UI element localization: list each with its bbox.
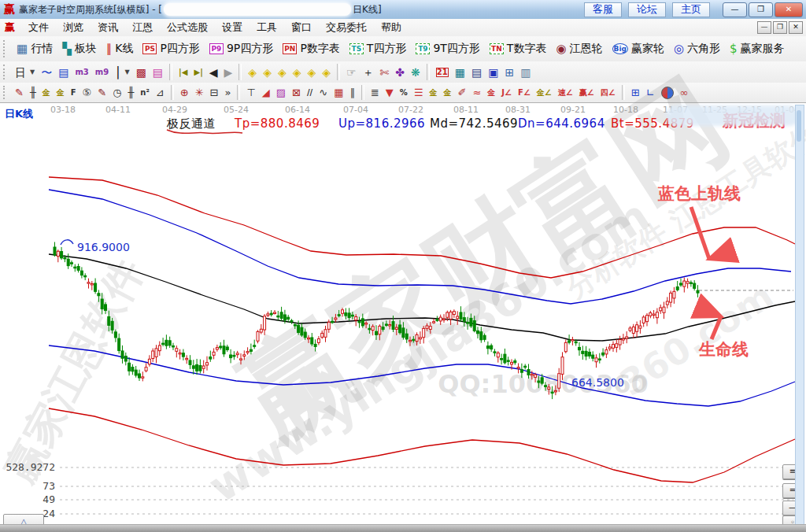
gold-grid-1-button[interactable]: 金 (39, 87, 54, 98)
hash-grid-button[interactable]: ╫ (124, 86, 137, 99)
percent-down-button[interactable]: ▼ (383, 86, 397, 99)
more-chevron-button[interactable]: » (221, 86, 234, 99)
menu-公式选股[interactable]: 公式选股 (160, 20, 215, 35)
zigzag-line-button[interactable]: ∿ (316, 86, 331, 99)
menu-帮助[interactable]: 帮助 (374, 20, 409, 35)
bottom-scrollbar[interactable] (0, 524, 806, 532)
calendar-button[interactable]: 21 (433, 66, 452, 79)
last-bar-button[interactable]: ▶| (190, 67, 205, 78)
computer-button[interactable]: ▥ (517, 65, 534, 79)
info-note-button[interactable]: ▤ (55, 65, 72, 79)
t-table-button[interactable]: TNT数字表 (485, 40, 552, 57)
period-dropdown-button[interactable]: 日▼ (12, 65, 38, 79)
diamond-expand-button[interactable]: ◈ (290, 65, 305, 79)
menu-窗口[interactable]: 窗口 (284, 20, 319, 35)
n-square-button[interactable]: n² (137, 87, 153, 98)
quotes-button[interactable]: ▦行情 (12, 40, 57, 57)
diamond-grid-button[interactable]: ◈ (319, 65, 334, 79)
menu-工具[interactable]: 工具 (250, 20, 284, 35)
cut-tool-button[interactable]: ✄ (377, 65, 393, 79)
bar-scale-button[interactable]: ≣ (368, 86, 383, 99)
win-angle-button[interactable]: 赢∠ (576, 87, 597, 98)
minimize-button[interactable]: — (723, 2, 747, 17)
trend-wave-button[interactable]: 〜 (38, 65, 55, 79)
winner-service-button[interactable]: $赢家服务 (725, 40, 789, 57)
mdi-close-button[interactable]: ✕ (789, 21, 803, 34)
mdi-minimize-button[interactable]: — (757, 21, 771, 34)
candle-marker-button[interactable]: ✐ (455, 86, 470, 99)
titlebar-link-home[interactable]: 主页 (672, 2, 710, 17)
menu-资讯[interactable]: 资讯 (91, 20, 125, 35)
j-angle-button[interactable]: J∠ (498, 87, 515, 98)
mdi-restore-button[interactable]: ❐ (773, 21, 787, 34)
menu-交易委托[interactable]: 交易委托 (319, 20, 374, 35)
vertical-scrollbar-thumb[interactable] (797, 110, 801, 142)
menu-江恩[interactable]: 江恩 (125, 20, 160, 35)
crosshair-tool-button[interactable]: ＋ (360, 65, 377, 79)
calculator-button[interactable]: ▦ (452, 65, 468, 79)
chart-axes-button[interactable]: ∟ (643, 86, 658, 99)
hand-tool-button[interactable]: ☞ (343, 65, 360, 79)
restore-button[interactable]: ❐ (749, 2, 773, 17)
four-angle-button[interactable]: 四∠ (597, 87, 619, 98)
kline-button[interactable]: ∥K线 (102, 40, 139, 57)
diamond-right-button[interactable]: ◈ (260, 65, 275, 79)
network-button[interactable]: ⊞ (501, 65, 517, 79)
draw-pen-button[interactable]: ✎ (12, 86, 27, 99)
vertical-scrollbar[interactable] (795, 105, 804, 525)
menu-文件[interactable]: 文件 (21, 20, 56, 35)
gold-lines-button[interactable]: 金 (441, 87, 455, 98)
brain-tool-button[interactable]: ❋ (408, 65, 423, 79)
p-square-button[interactable]: PSP四方形 (138, 40, 204, 57)
f-grid-button[interactable]: F (68, 87, 79, 98)
first-bar-button[interactable]: |◀ (176, 67, 190, 78)
tick-grid-button[interactable]: ╫ (27, 86, 39, 99)
t-square-button[interactable]: TST四方形 (345, 40, 412, 57)
parallel-lines-button[interactable]: ∥ (346, 86, 358, 99)
pencil-lines-button[interactable]: // (304, 87, 316, 98)
five-grid-button[interactable]: ⑤ (79, 86, 95, 99)
close-button[interactable]: ✕ (775, 2, 803, 17)
notebook-button[interactable]: ▤ (468, 65, 485, 79)
diamond-left-button[interactable]: ◈ (245, 65, 260, 79)
hexagon-button[interactable]: ◎六角形 (669, 40, 725, 57)
ruler-123-button[interactable]: ⊟ (207, 86, 222, 99)
diamond-hmove-button[interactable]: ◈ (275, 65, 290, 79)
diamond-star-button[interactable]: ◈ (304, 65, 319, 79)
titlebar-link-service[interactable]: 客服 (584, 2, 622, 17)
angle-pen-button[interactable]: ✎ (94, 86, 109, 99)
9t-square-button[interactable]: T99T四方形 (411, 40, 484, 57)
sectors-button[interactable]: ▚板块 (57, 40, 102, 57)
m3-indicator-button[interactable]: m3 (72, 67, 91, 78)
kline-chart-canvas[interactable] (0, 103, 806, 525)
percent-button[interactable]: % (397, 87, 411, 98)
time-circle-button[interactable]: ◷ (109, 86, 124, 99)
square-x-red-button[interactable]: ⊠ (289, 86, 304, 99)
star-burst-button[interactable]: ✳ (192, 86, 207, 99)
color-bars-button[interactable]: ▤ (150, 65, 166, 79)
gold-grid-2-button[interactable]: 金 (54, 87, 68, 98)
winner-wheel-button[interactable]: Big赢家轮 (608, 40, 669, 57)
f-angle-button[interactable]: F∠ (515, 87, 534, 98)
speed-angle-button[interactable]: 速∠ (555, 87, 576, 98)
gold-circle-button[interactable]: 金 (427, 87, 441, 98)
titlebar-link-forum[interactable]: 论坛 (628, 2, 666, 17)
save-button[interactable]: ▣ (485, 65, 501, 79)
chart-area[interactable]: 赢家财富网www.yingjia360.com赢家江恩软件分析软件 江恩工具软件… (0, 102, 806, 525)
candle-dropdown-button[interactable]: ⎮▼ (112, 65, 132, 79)
fan-lines-red-button[interactable]: ◢ (259, 86, 273, 99)
target-cross-button[interactable]: ⊕ (177, 86, 192, 99)
red-grid-button[interactable]: ▦ (331, 86, 346, 99)
gann-wheel-button[interactable]: ◉江恩轮 (551, 40, 607, 57)
percent-line-button[interactable]: ☰ (411, 86, 427, 99)
prev-bar-button[interactable]: ◀ (206, 65, 221, 79)
magic-tool-button[interactable]: ✤ (392, 65, 408, 79)
mirror-angle-button[interactable]: ⊿ (153, 86, 168, 99)
yinyang-button[interactable] (658, 85, 677, 101)
menu-设置[interactable]: 设置 (215, 20, 250, 35)
infinity-button[interactable]: ∞ (677, 86, 692, 99)
gold-lines-red-button[interactable]: 金 (484, 87, 498, 98)
wave-band-button[interactable]: ≈ (469, 86, 484, 99)
pattern-red-button[interactable]: ▩ (133, 65, 150, 79)
grid-highlight-button[interactable]: ⊞ (628, 86, 643, 99)
